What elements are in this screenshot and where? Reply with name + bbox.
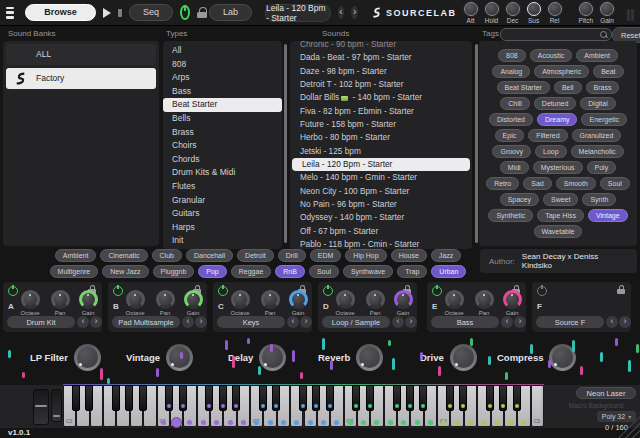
tag-pill[interactable]: Sad (523, 177, 551, 190)
hold-knob[interactable]: Hold (485, 2, 499, 24)
slot-prev-button[interactable]: ‹ (182, 316, 194, 328)
prev-preset-button[interactable]: ‹ (338, 6, 345, 19)
stop-icon[interactable] (118, 9, 122, 17)
tag-pill[interactable]: Tape Hiss (537, 209, 584, 222)
black-key[interactable] (179, 385, 187, 411)
black-key[interactable] (72, 385, 80, 411)
dec-knob[interactable]: Dec (506, 2, 520, 24)
black-key[interactable] (406, 385, 414, 411)
tag-pill[interactable]: Analog (492, 65, 530, 78)
tag-pill[interactable]: Bell (554, 81, 582, 94)
black-key[interactable] (419, 385, 427, 411)
octave-knob-dial[interactable] (339, 293, 352, 306)
sound-item[interactable]: Fiva - 82 bpm - Ebmin - Starter (290, 105, 472, 118)
sound-item[interactable]: Jetski - 125 bpm (290, 145, 472, 158)
black-key[interactable] (486, 385, 494, 411)
sound-item[interactable]: Chronic - 90 bpm - Starter (290, 41, 472, 51)
sus-knob-dial[interactable] (527, 2, 541, 16)
genre-pill[interactable]: RnB (275, 265, 305, 278)
octave-knob-ring[interactable] (231, 290, 250, 309)
sound-item[interactable]: Future - 158 bpm - Starter (290, 118, 472, 131)
tag-pill[interactable]: Brass (586, 81, 620, 94)
menu-icon[interactable] (6, 7, 14, 19)
black-key[interactable] (513, 385, 521, 411)
tag-pill[interactable]: Synthetic (488, 209, 533, 222)
octave-knob[interactable]: Octave (17, 290, 43, 316)
tag-pill[interactable]: Midi (500, 161, 529, 174)
octave-knob-dial[interactable] (24, 293, 37, 306)
black-key[interactable] (299, 385, 307, 411)
black-key[interactable] (352, 385, 360, 411)
dec-knob-dial[interactable] (506, 2, 520, 16)
slot-prev-button[interactable]: ‹ (501, 316, 513, 328)
sound-item[interactable]: Melo - 140 bpm - Gmin - Starter (290, 171, 472, 184)
octave-knob[interactable]: Octave (122, 290, 148, 316)
gain-knob-ring[interactable] (79, 290, 98, 309)
black-key[interactable] (446, 385, 454, 411)
type-item[interactable]: Beat Starter (163, 98, 282, 112)
genre-pill[interactable]: Ambient (55, 249, 97, 262)
seq-button[interactable]: Seq (129, 4, 173, 21)
sound-item[interactable]: Dada - Beat - 97 bpm - Starter (290, 51, 472, 64)
fx-knob[interactable] (450, 344, 477, 371)
octave-knob[interactable]: Octave (227, 290, 253, 316)
tag-pill[interactable]: Beat Starter (497, 81, 550, 94)
att-knob-dial[interactable] (464, 2, 478, 16)
black-key[interactable] (112, 385, 120, 411)
tag-pill[interactable]: Synth (582, 193, 616, 206)
gain-knob-dial[interactable] (397, 293, 410, 306)
octave-knob-ring[interactable] (21, 290, 40, 309)
sound-item[interactable]: Off - 67 bpm - Starter (290, 225, 472, 238)
slot-next-button[interactable]: › (195, 316, 207, 328)
gain-knob[interactable]: Gain (600, 2, 614, 24)
sound-item[interactable]: Dollar Bills - 140 bpm - Starter (290, 91, 472, 104)
gain-knob-ring[interactable] (503, 290, 522, 309)
slot-next-button[interactable]: › (514, 316, 526, 328)
black-key[interactable] (219, 385, 227, 411)
black-key[interactable] (393, 385, 401, 411)
pan-knob-ring[interactable] (51, 290, 70, 309)
gain-knob-dial[interactable] (292, 293, 305, 306)
type-item[interactable]: Arps (163, 71, 282, 85)
genre-pill[interactable]: EDM (310, 249, 342, 262)
browse-button[interactable]: Browse (25, 4, 96, 21)
type-item[interactable]: Granular (163, 194, 282, 208)
type-item[interactable]: Init (163, 234, 282, 248)
tag-pill[interactable]: Poly (587, 161, 617, 174)
black-key[interactable] (272, 385, 280, 411)
gain-knob[interactable]: Gain (75, 290, 101, 316)
genre-pill[interactable]: Club (152, 249, 182, 262)
gain-knob-dial[interactable] (600, 2, 614, 16)
tag-pill[interactable]: Beat (593, 65, 623, 78)
octave-knob-dial[interactable] (129, 293, 142, 306)
pitch-wheel[interactable] (33, 389, 49, 425)
pan-knob[interactable]: Pan (362, 290, 388, 316)
gain-knob-ring[interactable] (184, 290, 203, 309)
slot-prev-button[interactable]: ‹ (606, 316, 618, 328)
octave-knob-ring[interactable] (445, 290, 464, 309)
genre-pill[interactable]: Hip Hop (345, 249, 386, 262)
slot-prev-button[interactable]: ‹ (392, 316, 404, 328)
gain-knob[interactable]: Gain (285, 290, 311, 316)
genre-pill[interactable]: Dancehall (186, 249, 233, 262)
sound-item[interactable]: No Pain - 96 bpm - Starter (290, 198, 472, 211)
tag-pill[interactable]: Melancholic (571, 145, 624, 158)
genre-pill[interactable]: Urban (431, 265, 466, 278)
hold-knob-dial[interactable] (485, 2, 499, 16)
types-scrollbar[interactable] (284, 44, 287, 243)
tag-pill[interactable]: Filtered (528, 129, 567, 142)
tag-pill[interactable]: Acoustic (530, 49, 572, 62)
pan-knob-ring[interactable] (366, 290, 385, 309)
pitch-knob-dial[interactable] (579, 2, 593, 16)
tag-pill[interactable]: Chill (500, 97, 530, 110)
genre-pill[interactable]: House (391, 249, 427, 262)
gain-knob[interactable]: Gain (180, 290, 206, 316)
slot-prev-button[interactable]: ‹ (287, 316, 299, 328)
gain-knob[interactable]: Gain (390, 290, 416, 316)
tag-search-input[interactable] (500, 28, 612, 41)
sounds-scrollbar[interactable] (475, 44, 478, 243)
type-item[interactable]: Flutes (163, 180, 282, 194)
tag-pill[interactable]: Sweet (543, 193, 578, 206)
play-icon[interactable] (103, 8, 111, 18)
pitch-knob[interactable]: Pitch (579, 2, 593, 24)
